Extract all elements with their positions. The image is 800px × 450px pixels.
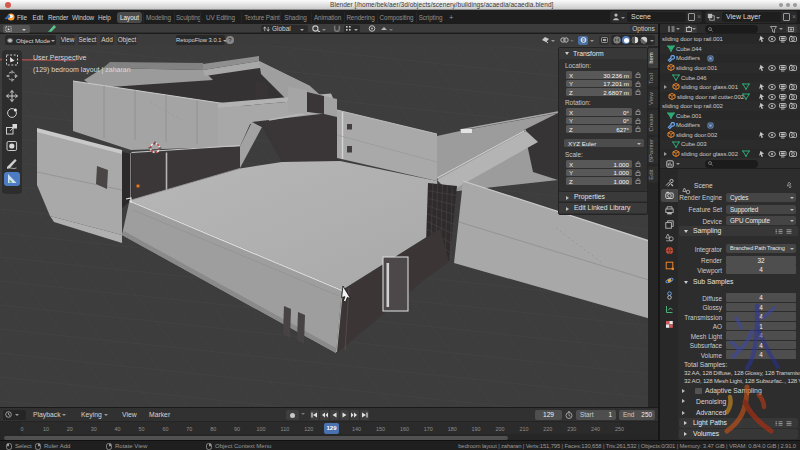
svg-text:BPainter: BPainter (648, 139, 654, 162)
svg-text:Edit: Edit (648, 169, 654, 180)
svg-text:Tool: Tool (648, 73, 654, 84)
svg-text:View: View (648, 91, 654, 105)
svg-text:Item: Item (648, 52, 654, 64)
svg-text:Create: Create (648, 113, 654, 132)
